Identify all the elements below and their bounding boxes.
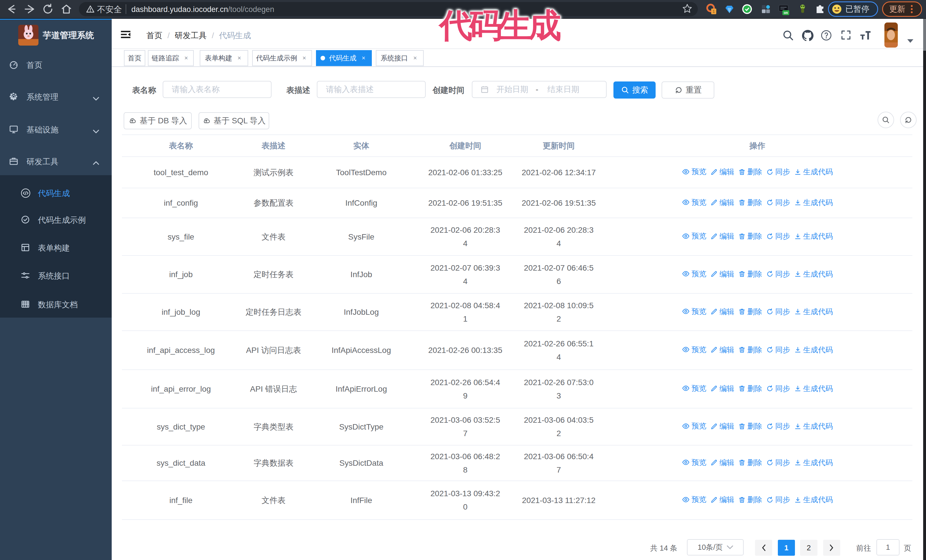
svg-text:on: on <box>784 11 788 15</box>
svg-text:1: 1 <box>713 9 715 14</box>
